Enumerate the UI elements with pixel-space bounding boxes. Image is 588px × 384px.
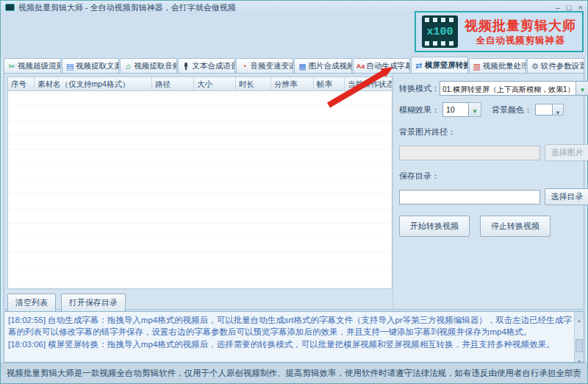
bg-image-path-input (399, 146, 540, 160)
logo-title: 视频批量剪辑大师 (465, 17, 576, 35)
bg-color-swatch[interactable] (535, 104, 553, 115)
col-framerate[interactable]: 帧率 (314, 77, 345, 90)
log-entry: [18:03:06] 横屏竖屏转换：拖拽导入mp4格式的视频后，选择需要的转换模… (8, 338, 572, 350)
scroll-up-icon[interactable] (575, 312, 584, 321)
tab-software-settings[interactable]: 软件参数设置 (527, 58, 584, 73)
convert-mode-label: 转换模式： (399, 83, 440, 94)
blur-effect-value: 10 (442, 102, 469, 117)
app-logo: x100 视频批量剪辑大师 全自动视频剪辑神器 (415, 11, 584, 52)
film-icon (473, 62, 481, 71)
header-banner: x100 视频批量剪辑大师 全自动视频剪辑神器 (1, 14, 587, 57)
open-save-dir-button[interactable]: 打开保存目录 (61, 294, 126, 312)
status-bar: 视频批量剪辑大师是一款视频全自动剪辑软件，仅用于个人原创视频制作、提高剪辑效率，… (1, 363, 587, 383)
close-button[interactable]: × (578, 4, 583, 12)
window-controls: – □ × (556, 4, 583, 12)
logo-subtitle: 全自动视频剪辑神器 (476, 35, 565, 47)
tab-auto-subtitle[interactable]: 自动生成字幕 (353, 58, 410, 73)
tab-extract-audio[interactable]: 视频提取音频 (120, 58, 177, 73)
tab-page-content: 序号 素材名（仅支持mp4格式） 路径 大小 时长 分辨率 帧率 当前操作状态 … (4, 73, 584, 310)
save-dir-input[interactable] (399, 190, 540, 205)
convert-settings-panel: 转换模式： 01.横屏转竖屏（上下高斯模糊，效果1） 模糊效果： 10 背景颜色… (392, 74, 588, 309)
gauge-icon (240, 62, 248, 71)
select-dir-button[interactable]: 选择目录 (545, 188, 588, 205)
convert-mode-value: 01.横屏转竖屏（上下高斯模糊，效果1） (440, 82, 576, 95)
start-convert-button[interactable]: 开始转换视频 (399, 216, 470, 237)
chevron-down-icon[interactable] (576, 82, 588, 95)
tab-video-super-mix[interactable]: 视频超级混剪 (4, 58, 61, 73)
col-size[interactable]: 大小 (194, 77, 236, 90)
col-resolution[interactable]: 分辨率 (271, 77, 314, 90)
stop-convert-button[interactable]: 停止转换视频 (480, 216, 551, 237)
tab-extract-text[interactable]: 视频提取文案 (62, 58, 119, 73)
material-table: 序号 素材名（仅支持mp4格式） 路径 大小 时长 分辨率 帧率 当前操作状态 (7, 77, 392, 289)
app-window: 视频批量剪辑大师 - 全自动视频剪辑神器，会打字就会做视频 – □ × x100… (0, 0, 588, 384)
tab-audio-speed-pitch[interactable]: 音频变速变调 (236, 58, 293, 73)
film-strip-icon: x100 (422, 15, 458, 48)
log-scrollbar[interactable] (574, 312, 584, 362)
bg-color-label: 背景颜色： (492, 104, 532, 115)
material-list-section: 序号 素材名（仅支持mp4格式） 路径 大小 时长 分辨率 帧率 当前操作状态 … (4, 74, 392, 309)
log-entry: [18:02:55] 自动生成字幕：拖拽导入mp4格式的视频后，可以批量自动生成… (8, 314, 572, 338)
bg-image-path-label: 背景图片路径： (399, 127, 456, 138)
rotate-icon (415, 61, 423, 70)
tab-text-to-speech[interactable]: 文本合成语音 (178, 58, 235, 73)
col-current-status[interactable]: 当前操作状态 (345, 77, 392, 90)
tab-landscape-portrait-convert[interactable]: 横屏竖屏转换 (411, 57, 468, 73)
chevron-down-icon[interactable] (469, 102, 481, 117)
col-index[interactable]: 序号 (8, 77, 35, 90)
x100-badge: x100 (425, 26, 455, 38)
microphone-icon (182, 62, 190, 71)
col-material-name[interactable]: 素材名（仅支持mp4格式） (35, 77, 152, 90)
image-icon (298, 62, 306, 71)
gear-icon (531, 62, 539, 71)
convert-mode-select[interactable]: 01.横屏转竖屏（上下高斯模糊，效果1） (440, 81, 588, 96)
table-body-empty[interactable] (8, 91, 392, 288)
maximize-button[interactable]: □ (567, 4, 572, 12)
tab-image-to-video[interactable]: 图片合成视频 (294, 58, 351, 73)
scroll-down-icon[interactable] (575, 353, 584, 362)
app-icon (5, 4, 15, 11)
disclaimer-text: 视频批量剪辑大师是一款视频全自动剪辑软件，仅用于个人原创视频制作、提高剪辑效率，… (7, 368, 581, 379)
log-output: [18:02:55] 自动生成字幕：拖拽导入mp4格式的视频后，可以批量自动生成… (4, 311, 584, 363)
minimize-button[interactable]: – (556, 4, 560, 12)
color-dropdown-icon[interactable] (553, 104, 564, 115)
select-image-button: 选择图片 (545, 144, 588, 161)
clear-list-button[interactable]: 清空列表 (7, 294, 56, 312)
subtitle-icon (356, 61, 365, 71)
document-icon (65, 62, 74, 71)
blur-effect-select[interactable]: 10 (442, 102, 481, 117)
scrollbar-thumb[interactable] (576, 339, 583, 352)
save-dir-label: 保存目录： (399, 171, 440, 182)
blur-effect-label: 模糊效果： (399, 104, 440, 115)
col-path[interactable]: 路径 (152, 77, 194, 90)
col-duration[interactable]: 时长 (236, 77, 271, 90)
audio-wave-icon (123, 62, 132, 71)
scissors-icon (7, 62, 16, 71)
tab-video-batch-process[interactable]: 视频批量处理 (469, 58, 526, 73)
table-header-row: 序号 素材名（仅支持mp4格式） 路径 大小 时长 分辨率 帧率 当前操作状态 (8, 77, 392, 91)
tab-bar: 视频超级混剪 视频提取文案 视频提取音频 文本合成语音 音频变速变调 图片合成视… (1, 57, 587, 73)
